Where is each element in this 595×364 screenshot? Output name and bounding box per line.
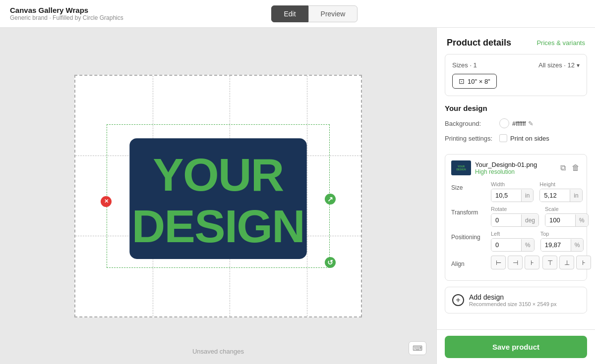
design-image-area[interactable]: YOUR DESIGN <box>114 134 322 263</box>
size-fields: Width in Height in <box>491 181 583 202</box>
design-graphic: YOUR DESIGN <box>114 134 322 263</box>
scale-sub-label: Scale <box>545 206 589 212</box>
print-sides-label: Print on sides <box>510 135 549 142</box>
delete-design-button[interactable]: 🗑 <box>571 162 581 173</box>
printing-row: Printing settings: Print on sides <box>445 134 587 142</box>
left-input[interactable] <box>491 239 521 251</box>
height-input-group: in <box>539 189 582 202</box>
save-section: Save product <box>437 329 595 364</box>
scale-col: Scale % <box>545 206 589 227</box>
align-bottom-button[interactable]: ⊦ <box>576 256 591 269</box>
main-layout: YOUR DESIGN ✕ ↗ ↺ Unsaved changes ⌨ <box>0 28 595 364</box>
left-sub-label: Left <box>491 231 535 237</box>
align-row: Align ⊢ ⊣ ⊦ ⊤ ⊥ ⊦ <box>451 256 581 269</box>
design-filename: Your_Designb-01.png <box>475 161 555 168</box>
sizes-section: Sizes · 1 All sizes · 12 ⊡ 10" × 8" <box>445 54 587 96</box>
sizes-label: Sizes · 1 <box>452 61 477 69</box>
all-sizes-dropdown[interactable]: All sizes · 12 <box>538 61 580 69</box>
canvas-footer: Unsaved changes <box>0 348 436 355</box>
width-input[interactable] <box>491 189 521 202</box>
size-chip-icon: ⊡ <box>459 77 465 85</box>
resize-handle-br[interactable]: ↺ <box>325 257 336 268</box>
size-chip-text: 10" × 8" <box>468 78 490 85</box>
top-input-group: % <box>540 238 584 252</box>
product-title: Canvas Gallery Wraps <box>10 6 123 14</box>
background-color-swatch[interactable] <box>499 118 509 128</box>
align-left-button[interactable]: ⊢ <box>491 256 506 269</box>
left-col: Left % <box>491 231 535 252</box>
your-design-section: Your design Background: #ffffff ✎ Printi… <box>437 104 595 154</box>
width-input-group: in <box>491 189 534 202</box>
print-sides-checkbox[interactable] <box>499 134 507 142</box>
top-input[interactable] <box>541 239 571 251</box>
align-center-h-button[interactable]: ⊣ <box>508 256 523 269</box>
rotate-input[interactable] <box>491 214 521 226</box>
scale-unit: % <box>575 214 588 226</box>
positioning-props-row: Positioning Left % Top <box>451 231 581 252</box>
add-design-sub: Recommended size 3150 × 2549 px <box>469 301 556 307</box>
add-design-text: Add design Recommended size 3150 × 2549 … <box>469 293 556 307</box>
align-top-button[interactable]: ⊤ <box>542 256 557 269</box>
prices-variants-link[interactable]: Prices & variants <box>536 39 585 47</box>
positioning-field-label: Positioning <box>451 231 491 241</box>
width-col: Width in <box>491 181 534 202</box>
width-sub-label: Width <box>491 181 534 187</box>
background-edit-icon[interactable]: ✎ <box>528 120 534 127</box>
edit-tab[interactable]: Edit <box>271 5 308 22</box>
height-input[interactable] <box>540 189 570 202</box>
copy-design-button[interactable]: ⧉ <box>559 162 567 173</box>
transform-fields: Rotate deg Scale % <box>491 206 589 227</box>
transform-field-label: Transform <box>451 206 491 216</box>
align-center-v-button[interactable]: ⊥ <box>559 256 574 269</box>
height-col: Height in <box>539 181 582 202</box>
rotate-input-group: deg <box>491 213 539 227</box>
printing-label: Printing settings: <box>445 135 499 142</box>
align-label: Align <box>451 258 491 267</box>
transform-props-row: Transform Rotate deg Scale <box>451 206 581 227</box>
rotate-col: Rotate deg <box>491 206 539 227</box>
sizes-header: Sizes · 1 All sizes · 12 <box>452 61 580 69</box>
add-design-section[interactable]: + Add design Recommended size 3150 × 254… <box>445 287 587 313</box>
svg-text:DESIGN: DESIGN <box>132 200 304 252</box>
resize-handle-tr[interactable]: ↗ <box>325 194 336 205</box>
canvas-area: YOUR DESIGN ✕ ↗ ↺ Unsaved changes ⌨ <box>0 28 436 364</box>
canvas-wrapper: YOUR DESIGN ✕ ↗ ↺ <box>74 75 362 317</box>
align-horizontal-buttons: ⊢ ⊣ ⊦ <box>491 256 539 269</box>
background-row: Background: #ffffff ✎ <box>445 118 587 128</box>
keyboard-icon-glyph: ⌨ <box>413 344 422 352</box>
panel-title: Product details <box>447 38 511 48</box>
design-thumbnail: YOURDESIGN <box>451 160 471 175</box>
top-unit: % <box>571 239 584 251</box>
scale-input-group: % <box>545 213 589 227</box>
rotate-sub-label: Rotate <box>491 206 539 212</box>
positioning-fields: Left % Top % <box>491 231 584 252</box>
add-design-title: Add design <box>469 293 556 301</box>
align-right-button[interactable]: ⊦ <box>525 256 539 269</box>
edit-preview-tabs: Edit Preview <box>271 5 357 22</box>
background-label: Background: <box>445 120 499 127</box>
size-chip[interactable]: ⊡ 10" × 8" <box>452 74 497 89</box>
delete-handle[interactable]: ✕ <box>101 196 112 207</box>
add-design-icon: + <box>452 294 464 306</box>
panel-header: Product details Prices & variants <box>437 28 595 54</box>
all-sizes-chevron <box>577 61 580 69</box>
save-product-button[interactable]: Save product <box>445 336 587 358</box>
width-unit: in <box>521 190 533 202</box>
left-unit: % <box>521 239 534 251</box>
design-info: Your_Designb-01.png High resolution <box>475 161 555 175</box>
your-design-title: Your design <box>445 104 587 112</box>
design-actions: ⧉ 🗑 <box>559 162 581 173</box>
header-branding: Canvas Gallery Wraps Generic brand · Ful… <box>10 6 123 21</box>
svg-text:YOUR: YOUR <box>153 148 284 200</box>
unsaved-changes-label: Unsaved changes <box>192 348 244 355</box>
top-col: Top % <box>540 231 584 252</box>
design-quality: High resolution <box>475 168 555 175</box>
design-thumbnail-text: YOURDESIGN <box>456 165 466 171</box>
size-field-label: Size <box>451 181 491 191</box>
size-props-row: Size Width in Height <box>451 181 581 202</box>
preview-tab[interactable]: Preview <box>308 5 358 22</box>
scale-input[interactable] <box>545 214 575 226</box>
background-color-value: #ffffff <box>512 120 526 127</box>
keyboard-shortcut-icon[interactable]: ⌨ <box>409 341 426 355</box>
right-panel: Product details Prices & variants Sizes … <box>436 28 595 364</box>
